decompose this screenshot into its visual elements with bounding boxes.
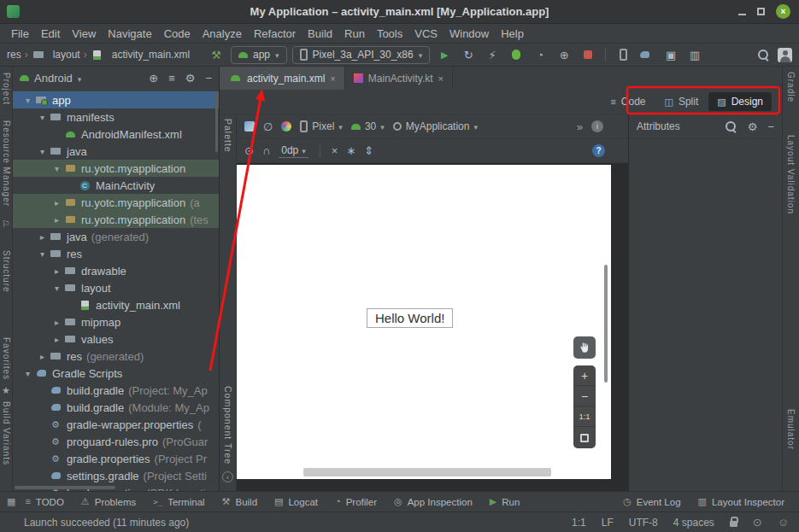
expand-all-icon[interactable] xyxy=(168,73,175,84)
breadcrumb-activity-main-xml[interactable]: activity_main.xml xyxy=(112,49,190,61)
background-tasks-icon[interactable] xyxy=(753,516,762,529)
close-icon[interactable]: × xyxy=(438,73,444,84)
menu-item-vcs[interactable]: VCS xyxy=(408,26,444,42)
debug-icon[interactable] xyxy=(507,45,526,64)
tool-window-layout-inspector[interactable]: Layout Inspector xyxy=(690,497,792,507)
layout-inspector-icon[interactable] xyxy=(685,45,704,64)
sdk-manager-icon[interactable] xyxy=(661,45,680,64)
attach-debugger-icon[interactable] xyxy=(555,45,573,64)
overflow-chevrons[interactable]: » xyxy=(577,120,583,133)
tree-item-package-androidtest[interactable]: ru.yotc.myapplication(a xyxy=(13,194,219,211)
apply-code-changes-icon[interactable] xyxy=(483,45,502,64)
project-horizontal-scrollbar[interactable] xyxy=(15,486,115,489)
mode-button-code[interactable]: Code xyxy=(602,92,654,111)
view-options-icon[interactable] xyxy=(244,145,254,156)
tree-item-app[interactable]: app xyxy=(13,91,219,108)
build-hammer-icon[interactable] xyxy=(207,45,226,64)
zoom-in-button[interactable]: + xyxy=(573,365,596,386)
close-icon[interactable]: × xyxy=(776,4,790,19)
chevron-right-icon[interactable] xyxy=(50,335,63,344)
pack-align-icon[interactable] xyxy=(364,145,373,156)
device-dropdown[interactable]: Pixel_3a_API_30_x86 xyxy=(292,46,431,64)
component-tree-tab[interactable]: Component Tree xyxy=(223,386,233,465)
pin-icon[interactable]: ⚐ xyxy=(2,219,10,230)
tool-window-logcat[interactable]: Logcat xyxy=(267,497,326,507)
autoconnect-icon[interactable] xyxy=(262,145,270,156)
chevron-right-icon[interactable] xyxy=(50,198,63,208)
tree-item-java-generated[interactable]: java(generated) xyxy=(13,228,219,245)
run-configuration-dropdown[interactable]: app xyxy=(231,46,287,64)
profiler-icon[interactable] xyxy=(531,45,549,64)
chevron-down-icon[interactable] xyxy=(36,113,49,122)
tool-window-todo[interactable]: TODO xyxy=(17,497,71,507)
breadcrumb-layout[interactable]: layout xyxy=(53,49,80,61)
hello-world-textview[interactable]: Hello World! xyxy=(367,308,453,328)
design-surface-icon[interactable] xyxy=(244,121,255,132)
tab-mainactivity-kt[interactable]: MainActivity.kt × xyxy=(345,67,453,90)
vertical-scrollbar[interactable] xyxy=(604,265,608,383)
color-mode-icon[interactable] xyxy=(281,121,291,132)
issue-badge[interactable]: i xyxy=(591,120,603,132)
chevron-right-icon[interactable] xyxy=(50,318,63,327)
menu-item-run[interactable]: Run xyxy=(338,26,371,42)
tree-item-values[interactable]: values xyxy=(13,330,219,348)
tree-item-build-gradle-project[interactable]: build.gradle(Project: My_Ap xyxy=(13,382,219,399)
tree-item-res-generated[interactable]: res(generated) xyxy=(13,348,219,365)
run-button[interactable] xyxy=(435,45,454,64)
hide-panel-icon[interactable] xyxy=(205,73,212,84)
theme-selector[interactable]: MyApplication xyxy=(393,120,478,132)
tool-stripe-resource-manager[interactable]: Resource Manager xyxy=(2,120,11,207)
device-selector[interactable]: Pixel xyxy=(300,120,343,132)
palette-tab[interactable]: Palette xyxy=(223,119,233,153)
tree-item-res[interactable]: res xyxy=(13,245,219,262)
hide-panel-icon[interactable] xyxy=(767,121,774,132)
mode-button-design[interactable]: Design xyxy=(708,92,772,111)
menu-item-tools[interactable]: Tools xyxy=(371,26,408,42)
tree-item-settings-gradle[interactable]: settings.gradle(Project Setti xyxy=(13,467,219,484)
tree-item-proguard-rules[interactable]: proguard-rules.pro(ProGuar xyxy=(13,433,219,450)
menu-item-window[interactable]: Window xyxy=(444,26,495,42)
tool-window-switcher-icon[interactable] xyxy=(7,497,15,506)
clear-constraints-icon[interactable] xyxy=(332,145,338,156)
tree-item-package-main[interactable]: ru.yotc.myapplication xyxy=(13,160,219,177)
chevron-right-icon[interactable] xyxy=(50,266,63,276)
search-everywhere-button[interactable] xyxy=(754,45,773,64)
search-icon[interactable] xyxy=(725,120,737,133)
menu-item-build[interactable]: Build xyxy=(302,26,338,42)
project-view-selector[interactable]: Android xyxy=(20,72,81,85)
status-encoding[interactable]: UTF-8 xyxy=(629,517,658,529)
apply-changes-icon[interactable] xyxy=(459,45,478,64)
zoom-to-fit-button[interactable] xyxy=(573,427,596,448)
menu-item-refactor[interactable]: Refactor xyxy=(248,26,302,42)
tool-window-event-log[interactable]: Event Log xyxy=(615,497,688,507)
collapse-icon[interactable] xyxy=(222,471,233,482)
tree-item-activity-main-xml[interactable]: activity_main.xml xyxy=(13,296,219,313)
stop-button[interactable] xyxy=(579,45,597,64)
blueprint-mode-icon[interactable] xyxy=(263,121,273,132)
minimize-icon[interactable] xyxy=(738,14,746,15)
locate-file-icon[interactable] xyxy=(149,73,158,84)
sync-project-icon[interactable] xyxy=(637,45,656,64)
chevron-right-icon[interactable] xyxy=(36,232,49,242)
tool-window-terminal[interactable]: Terminal xyxy=(145,497,212,507)
tool-window-app-inspection[interactable]: App Inspection xyxy=(386,497,480,507)
chevron-right-icon[interactable] xyxy=(36,352,49,361)
menu-item-analyze[interactable]: Analyze xyxy=(197,26,248,42)
chevron-down-icon[interactable] xyxy=(36,249,49,259)
chevron-down-icon[interactable] xyxy=(21,96,34,105)
tool-stripe-build-variants[interactable]: Build Variants xyxy=(2,401,11,465)
tool-stripe-emulator[interactable]: Emulator xyxy=(786,409,796,450)
profile-avatar[interactable] xyxy=(778,48,792,62)
settings-icon[interactable] xyxy=(185,73,196,84)
tab-activity-main-xml[interactable]: activity_main.xml × xyxy=(220,67,345,90)
gear-icon[interactable] xyxy=(748,121,758,132)
tree-item-androidmanifest-xml[interactable]: AndroidManifest.xml xyxy=(13,126,219,143)
device-manager-icon[interactable] xyxy=(614,45,632,64)
tool-stripe-layout-validation[interactable]: Layout Validation xyxy=(786,135,796,214)
default-margin-dropdown[interactable]: 0dp xyxy=(279,144,308,158)
notifications-icon[interactable] xyxy=(778,516,789,529)
tree-item-mipmap[interactable]: mipmap xyxy=(13,313,219,330)
infer-constraints-icon[interactable] xyxy=(346,145,355,156)
tool-window-run[interactable]: Run xyxy=(482,497,528,507)
tree-item-drawable[interactable]: drawable xyxy=(13,262,219,279)
